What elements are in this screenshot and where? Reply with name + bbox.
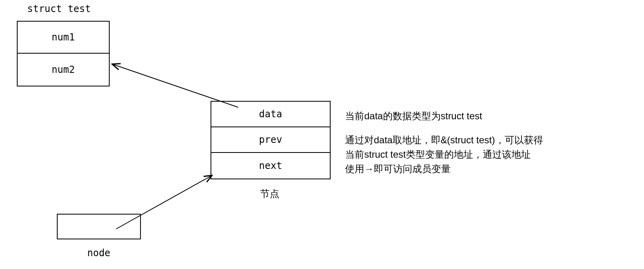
node-label: node bbox=[87, 247, 110, 259]
node-struct-caption: 节点 bbox=[260, 187, 279, 200]
node-struct-field-next: next bbox=[211, 153, 330, 179]
explanation-line-1: 当前data的数据类型为struct test bbox=[345, 109, 482, 123]
node-box bbox=[57, 214, 141, 239]
struct-test-box: num1 num2 bbox=[17, 21, 110, 86]
node-struct-field-data: data bbox=[211, 102, 330, 127]
explanation-line-4: 使用→即可访问成员变量 bbox=[345, 162, 451, 176]
explanation-line-2: 通过对data取地址，即&(struct test)，可以获得 bbox=[345, 133, 543, 147]
struct-test-field-num2: num2 bbox=[18, 54, 109, 86]
explanation-line-3: 当前struct test类型变量的地址，通过该地址 bbox=[345, 147, 531, 162]
struct-test-field-num1: num1 bbox=[18, 22, 109, 54]
node-struct-box: data prev next bbox=[211, 101, 331, 179]
struct-test-title: struct test bbox=[27, 3, 91, 14]
node-struct-field-prev: prev bbox=[211, 127, 330, 153]
